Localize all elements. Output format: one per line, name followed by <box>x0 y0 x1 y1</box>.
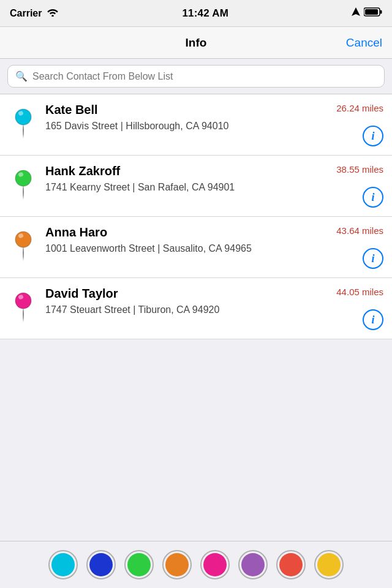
svg-marker-1 <box>352 7 360 16</box>
color-dot-magenta[interactable] <box>200 550 230 579</box>
contact-name: Kate Bell <box>45 103 310 117</box>
color-dot-cyan[interactable] <box>48 550 78 579</box>
search-bar-container: 🔍 <box>0 59 392 94</box>
info-button[interactable]: i <box>363 248 383 269</box>
svg-point-0 <box>52 15 55 17</box>
contact-pin <box>7 164 39 208</box>
contact-address: 165 Davis Street | Hillsborough, CA 9401… <box>45 119 310 133</box>
contact-right: 38.55 miles i <box>316 164 383 208</box>
color-picker <box>0 541 392 588</box>
search-input[interactable] <box>32 71 377 82</box>
status-right <box>352 7 382 20</box>
contact-name: Anna Haro <box>45 225 310 239</box>
contact-name: David Taylor <box>45 287 310 301</box>
contact-right: 43.64 miles i <box>316 225 383 269</box>
contact-info: Hank Zakroff 1741 Kearny Street | San Ra… <box>39 164 316 208</box>
info-button[interactable]: i <box>363 309 383 330</box>
contact-right: 44.05 miles i <box>316 287 383 330</box>
contact-distance: 44.05 miles <box>336 287 383 297</box>
location-icon <box>352 7 360 20</box>
contact-address: 1001 Leavenworth Street | Sausalito, CA … <box>45 242 310 255</box>
nav-title: Info <box>186 36 207 50</box>
contact-distance: 26.24 miles <box>336 103 383 113</box>
contact-name: Hank Zakroff <box>45 164 310 178</box>
wifi-icon <box>47 7 59 19</box>
nav-bar: Info Cancel <box>0 27 392 59</box>
color-dot-blue[interactable] <box>86 550 116 579</box>
contact-pin <box>7 103 39 146</box>
contact-address: 1741 Kearny Street | San Rafael, CA 9490… <box>45 181 310 194</box>
contact-address: 1747 Steuart Street | Tiburon, CA 94920 <box>45 303 310 317</box>
color-dot-yellow[interactable] <box>314 550 344 579</box>
contact-info: Anna Haro 1001 Leavenworth Street | Saus… <box>39 225 316 269</box>
contact-pin <box>7 225 39 269</box>
contact-distance: 43.64 miles <box>336 225 383 236</box>
svg-rect-4 <box>365 9 378 15</box>
contact-list: Kate Bell 165 Davis Street | Hillsboroug… <box>0 94 392 339</box>
battery-icon <box>364 7 382 19</box>
color-dot-purple[interactable] <box>238 550 268 579</box>
contact-right: 26.24 miles i <box>316 103 383 146</box>
contact-item: David Taylor 1747 Steuart Street | Tibur… <box>0 278 392 339</box>
contact-pin <box>7 287 39 330</box>
contact-info: Kate Bell 165 Davis Street | Hillsboroug… <box>39 103 316 146</box>
color-dot-orange[interactable] <box>162 550 192 579</box>
color-dot-green[interactable] <box>124 550 154 579</box>
carrier-label: Carrier <box>10 8 42 19</box>
color-dot-red[interactable] <box>276 550 306 579</box>
search-icon: 🔍 <box>15 70 28 82</box>
svg-rect-3 <box>380 10 382 14</box>
status-left: Carrier <box>10 7 59 19</box>
contact-distance: 38.55 miles <box>336 164 383 175</box>
contact-info: David Taylor 1747 Steuart Street | Tibur… <box>39 287 316 330</box>
contact-item: Hank Zakroff 1741 Kearny Street | San Ra… <box>0 156 392 217</box>
info-button[interactable]: i <box>363 187 383 208</box>
status-time: 11:42 AM <box>182 7 228 20</box>
contact-item: Anna Haro 1001 Leavenworth Street | Saus… <box>0 217 392 278</box>
contact-item: Kate Bell 165 Davis Street | Hillsboroug… <box>0 94 392 156</box>
info-button[interactable]: i <box>363 126 383 146</box>
status-bar: Carrier 11:42 AM <box>0 0 392 27</box>
cancel-button[interactable]: Cancel <box>346 36 382 50</box>
search-bar: 🔍 <box>7 65 385 88</box>
